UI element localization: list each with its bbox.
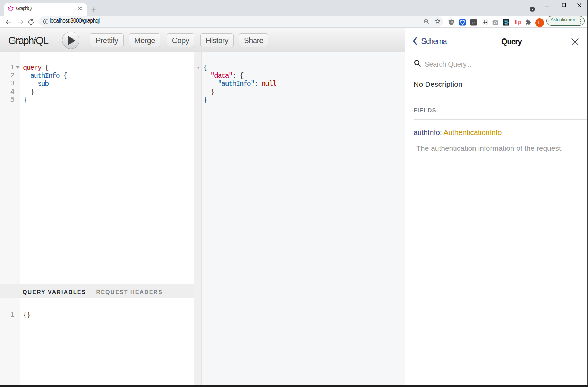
svg-text:uO: uO: [450, 21, 453, 23]
svg-text:P: P: [472, 20, 475, 24]
